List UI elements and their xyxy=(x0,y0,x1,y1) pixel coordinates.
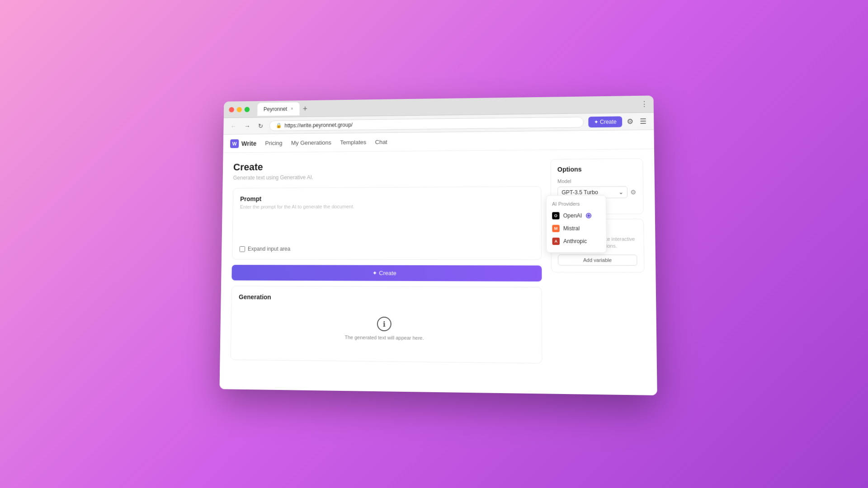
url-text: https://write.peyronnet.group/ xyxy=(284,122,353,128)
anthropic-icon: A xyxy=(552,238,560,245)
close-button[interactable] xyxy=(229,107,234,112)
logo-icon: W xyxy=(230,139,239,148)
nav-pricing[interactable]: Pricing xyxy=(265,140,282,146)
create-button[interactable]: ✦ Create xyxy=(231,265,542,282)
app-content: W Write Pricing My Generations Templates… xyxy=(220,130,657,395)
left-panel: Create Generate text using Generative AI… xyxy=(230,159,542,385)
ai-providers-dropdown: AI Providers O OpenAI M Mi xyxy=(546,195,607,253)
minimize-button[interactable] xyxy=(237,107,242,112)
create-header-button[interactable]: ✦ Create xyxy=(588,116,622,127)
options-card: Options Model GPT-3.5 Turbo ⌄ ⚙ AI Provi… xyxy=(550,158,643,214)
ai-providers-header: AI Providers xyxy=(547,200,606,210)
add-variable-button[interactable]: Add variable xyxy=(558,254,637,266)
reload-button[interactable]: ↻ xyxy=(256,120,265,131)
right-panel: Options Model GPT-3.5 Turbo ⌄ ⚙ AI Provi… xyxy=(550,158,646,385)
generation-title: Generation xyxy=(239,293,534,302)
tab-bar: Peyronnet × + xyxy=(257,102,309,116)
back-button[interactable]: ← xyxy=(229,121,238,131)
main-area: Create Generate text using Generative AI… xyxy=(220,149,657,395)
maximize-button[interactable] xyxy=(245,107,250,112)
nav-my-generations[interactable]: My Generations xyxy=(291,139,331,146)
forward-button[interactable]: → xyxy=(242,121,252,131)
page-subtitle: Generate text using Generative AI. xyxy=(233,173,542,181)
provider-openai-label: OpenAI xyxy=(563,212,582,219)
page-title: Create xyxy=(233,159,541,173)
url-bar[interactable]: 🔒 https://write.peyronnet.group/ xyxy=(269,117,584,131)
model-gear-icon[interactable]: ⚙ xyxy=(630,188,637,196)
browser-menu-icon[interactable]: ⋮ xyxy=(641,100,648,108)
prompt-section: Prompt Enter the prompt for the AI to ge… xyxy=(232,186,542,260)
browser-tab[interactable]: Peyronnet × xyxy=(257,102,299,116)
expand-checkbox-input[interactable] xyxy=(240,246,245,252)
expand-checkbox-row: Expand input area xyxy=(240,246,534,252)
prompt-section-hint: Enter the prompt for the AI to generate … xyxy=(240,203,534,209)
mistral-icon: M xyxy=(552,225,559,232)
provider-mistral[interactable]: M Mistral xyxy=(547,222,606,235)
openai-radio xyxy=(586,213,591,218)
provider-mistral-label: Mistral xyxy=(563,225,580,231)
lock-icon: 🔒 xyxy=(276,122,282,128)
chevron-icon: ⌄ xyxy=(618,189,623,195)
generation-placeholder: ℹ The generated text will appear here. xyxy=(238,302,534,356)
browser-window: Peyronnet × + ⋮ ← → ↻ 🔒 https://write.pe… xyxy=(220,95,657,395)
expand-checkbox-label: Expand input area xyxy=(248,246,290,252)
options-title: Options xyxy=(557,165,636,173)
generation-placeholder-text: The generated text will appear here. xyxy=(344,334,424,341)
tab-title: Peyronnet xyxy=(264,106,288,112)
account-icon-button[interactable]: ☰ xyxy=(638,115,648,127)
logo-text: Write xyxy=(241,140,256,147)
generation-section: Generation ℹ The generated text will app… xyxy=(231,286,542,363)
browser-actions: ✦ Create ⚙ ☰ xyxy=(588,115,648,128)
app-logo[interactable]: W Write xyxy=(230,139,256,148)
provider-openai[interactable]: O OpenAI xyxy=(547,209,606,222)
prompt-section-title: Prompt xyxy=(240,194,533,202)
nav-chat[interactable]: Chat xyxy=(375,139,387,145)
provider-anthropic[interactable]: A Anthropic xyxy=(547,235,606,248)
info-icon: ℹ xyxy=(377,317,392,331)
openai-icon: O xyxy=(552,212,559,219)
prompt-textarea[interactable] xyxy=(240,213,534,241)
provider-anthropic-label: Anthropic xyxy=(563,238,587,244)
new-tab-button[interactable]: + xyxy=(301,104,309,113)
traffic-lights xyxy=(229,107,250,112)
settings-icon-button[interactable]: ⚙ xyxy=(625,115,635,127)
model-label: Model xyxy=(557,178,637,184)
tab-close-icon[interactable]: × xyxy=(291,106,293,111)
nav-templates[interactable]: Templates xyxy=(340,139,366,145)
